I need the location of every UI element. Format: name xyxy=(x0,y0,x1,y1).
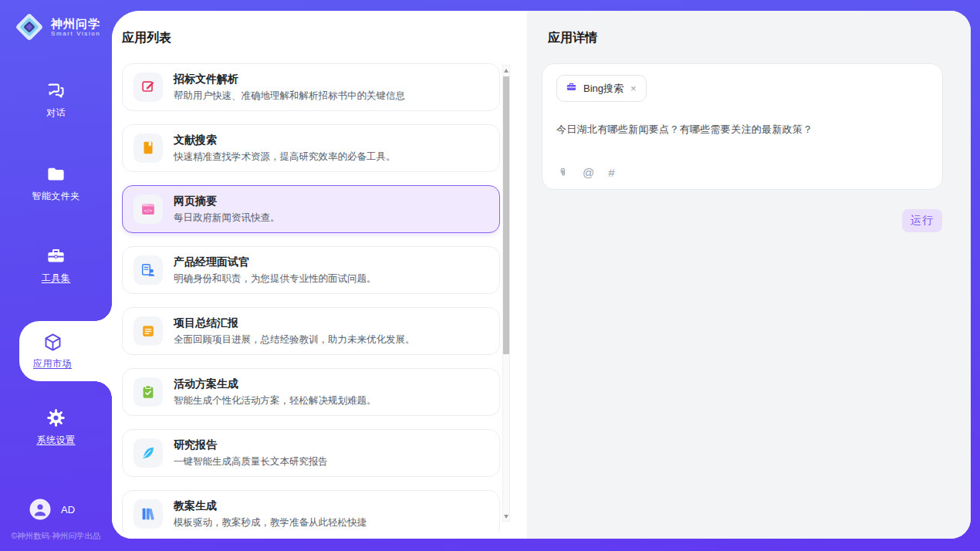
app-card-title: 活动方案生成 xyxy=(174,377,377,391)
sidebar-footer: ©神州数码·神州问学出品 xyxy=(0,531,112,542)
sidebar: 神州问学 Smart Vision 对话智能文件夹工具集应用市场系统设置 AD … xyxy=(0,0,112,551)
books-icon xyxy=(133,499,163,529)
close-icon[interactable]: × xyxy=(630,83,637,93)
app-card-title: 教案生成 xyxy=(174,499,367,513)
gear-icon xyxy=(46,407,66,428)
app-card-description: 智能生成个性化活动方案，轻松解决规划难题。 xyxy=(174,394,377,407)
app-card-description: 一键智能生成高质量长文本研究报告 xyxy=(174,455,328,468)
run-button[interactable]: 运行 xyxy=(902,209,942,232)
app-card-description: 帮助用户快速、准确地理解和解析招标书中的关键信息 xyxy=(174,90,405,103)
quill-icon xyxy=(133,438,163,468)
brand-name: 神州问学 xyxy=(51,17,100,30)
scrollbar[interactable] xyxy=(502,65,510,522)
toolbox-icon xyxy=(46,245,66,266)
sidebar-item-label: 工具集 xyxy=(42,272,71,285)
document-pen-icon xyxy=(133,73,163,102)
sidebar-item-label: 应用市场 xyxy=(33,357,72,370)
sidebar-item-app-market[interactable]: 应用市场 xyxy=(19,321,112,381)
sidebar-item-label: 智能文件夹 xyxy=(32,190,80,203)
at-icon[interactable]: @ xyxy=(583,166,594,179)
cube-icon xyxy=(42,332,63,353)
user-icon xyxy=(29,499,51,520)
app-card-description: 全面回顾项目进展，总结经验教训，助力未来优化发展。 xyxy=(174,333,415,346)
user-row[interactable]: AD xyxy=(29,499,75,520)
folder-icon xyxy=(46,164,66,184)
app-card-lesson-plan[interactable]: 教案生成模板驱动，教案秒成，教学准备从此轻松快捷 xyxy=(122,490,500,532)
app-card-title: 产品经理面试官 xyxy=(174,255,377,269)
chat-icon xyxy=(46,80,66,101)
app-card-title: 文献搜索 xyxy=(174,134,396,147)
sidebar-item-smart-folder[interactable]: 智能文件夹 xyxy=(0,164,112,203)
tool-chip-bing-search[interactable]: Bing搜索 × xyxy=(556,75,647,102)
scroll-thumb[interactable] xyxy=(503,76,509,354)
app-card-title: 项目总结汇报 xyxy=(174,316,415,330)
sidebar-item-toolbox[interactable]: 工具集 xyxy=(0,245,112,285)
sidebar-item-chat[interactable]: 对话 xyxy=(0,80,112,120)
tool-chip-label: Bing搜索 xyxy=(583,82,623,96)
sidebar-item-system-settings[interactable]: 系统设置 xyxy=(0,407,112,447)
app-list: 招标文件解析帮助用户快速、准确地理解和解析招标书中的关键信息文献搜索快速精准查找… xyxy=(122,63,500,532)
content-area: 应用列表 招标文件解析帮助用户快速、准确地理解和解析招标书中的关键信息文献搜索快… xyxy=(112,11,971,539)
brand: 神州问学 Smart Vision xyxy=(0,0,112,42)
briefcase-icon xyxy=(566,81,577,96)
app-card-description: 明确身份和职责，为您提供专业性的面试问题。 xyxy=(174,272,377,286)
user-name: AD xyxy=(61,504,75,516)
prompt-card: Bing搜索 × 今日湖北有哪些新闻要点？有哪些需要关注的最新政策？ @ # xyxy=(542,63,943,190)
app-card-research-report[interactable]: 研究报告一键智能生成高质量长文本研究报告 xyxy=(122,429,500,477)
app-card-event-plan[interactable]: 活动方案生成智能生成个性化活动方案，轻松解决规划难题。 xyxy=(122,368,500,416)
app-card-description: 快速精准查找学术资源，提高研究效率的必备工具。 xyxy=(174,150,396,164)
book-icon xyxy=(133,134,163,163)
app-list-title: 应用列表 xyxy=(122,30,171,46)
browser-code-icon: </> xyxy=(133,194,163,224)
app-card-literature-search[interactable]: 文献搜索快速精准查找学术资源，提高研究效率的必备工具。 xyxy=(122,124,500,172)
app-card-project-summary[interactable]: 项目总结汇报全面回顾项目进展，总结经验教训，助力未来优化发展。 xyxy=(122,307,500,355)
clipboard-check-icon xyxy=(133,377,163,407)
sidebar-item-label: 系统设置 xyxy=(37,434,76,447)
app-detail-title: 应用详情 xyxy=(548,30,597,46)
paperclip-icon[interactable] xyxy=(557,167,569,178)
composer-toolbar: @ # xyxy=(557,166,615,179)
interviewer-icon xyxy=(133,255,163,285)
scroll-down-icon[interactable] xyxy=(503,512,509,521)
sidebar-item-label: 对话 xyxy=(46,106,66,120)
app-card-description: 每日政府新闻资讯快查。 xyxy=(174,211,280,225)
note-icon xyxy=(133,316,163,346)
hash-icon[interactable]: # xyxy=(608,166,614,179)
app-card-description: 模板驱动，教案秒成，教学准备从此轻松快捷 xyxy=(174,516,367,529)
app-card-title: 研究报告 xyxy=(174,438,328,452)
prompt-text[interactable]: 今日湖北有哪些新闻要点？有哪些需要关注的最新政策？ xyxy=(556,123,928,137)
svg-text:</>: </> xyxy=(144,208,153,213)
brand-subtitle: Smart Vision xyxy=(51,30,100,37)
app-card-title: 招标文件解析 xyxy=(174,73,405,86)
app-card-bid-document-analysis[interactable]: 招标文件解析帮助用户快速、准确地理解和解析招标书中的关键信息 xyxy=(122,63,500,111)
diamond-logo-icon xyxy=(14,12,45,42)
app-card-title: 网页摘要 xyxy=(174,194,280,208)
app-list-panel: 应用列表 招标文件解析帮助用户快速、准确地理解和解析招标书中的关键信息文献搜索快… xyxy=(112,11,527,539)
app-card-pm-interviewer[interactable]: 产品经理面试官明确身份和职责，为您提供专业性的面试问题。 xyxy=(122,246,500,294)
app-detail-panel: 应用详情 Bing搜索 × 今日湖北有哪些新闻要点？有哪些需要关注的最新政策？ … xyxy=(527,11,971,539)
app-card-web-summary[interactable]: </>网页摘要每日政府新闻资讯快查。 xyxy=(122,185,500,233)
scroll-up-icon[interactable] xyxy=(503,66,509,75)
